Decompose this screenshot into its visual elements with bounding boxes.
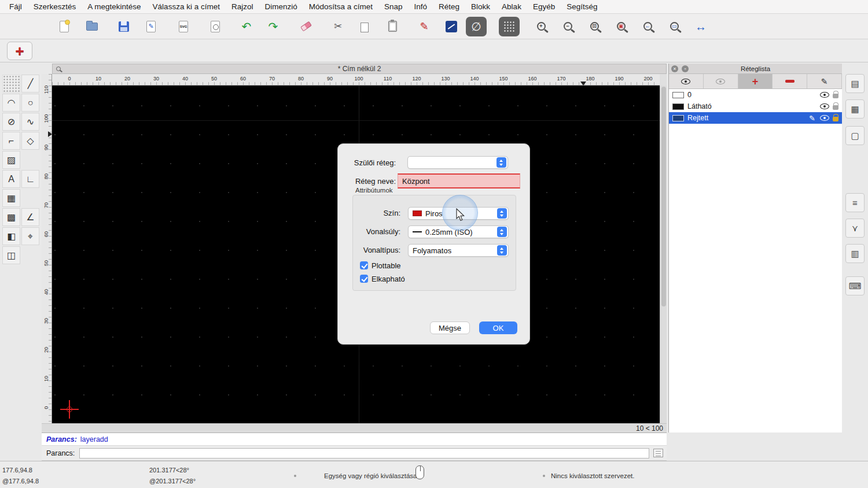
image-tool-button[interactable]: ▦ (2, 189, 20, 207)
eraser-button[interactable] (297, 18, 315, 35)
spline-tools-button[interactable]: ∿ (21, 113, 39, 131)
menu-dimenzio[interactable]: Dimenzió (259, 0, 303, 14)
redo-button[interactable]: ↷ (264, 18, 282, 35)
pattern-tool-icon: ▩ (7, 213, 16, 222)
ellipse-tools-button[interactable]: ⊘ (2, 113, 20, 131)
open-file-button[interactable] (83, 18, 101, 35)
menu-info[interactable]: Infó (409, 0, 433, 14)
layer-lock-icon[interactable] (833, 117, 838, 121)
pen-icon: ✎ (420, 21, 428, 32)
layer-visibility-icon[interactable] (820, 103, 829, 109)
edit-layer-button[interactable]: ✎ (807, 74, 842, 88)
arc-tools-button[interactable]: ◠ (2, 94, 20, 112)
svg-export-button[interactable]: SVG (175, 18, 192, 35)
line-tools-button[interactable]: ╱ (21, 75, 39, 93)
polygon-tools-button[interactable]: ◇ (21, 132, 39, 150)
copy-button[interactable] (356, 18, 374, 35)
origin-crosshair (60, 400, 79, 419)
menu-snap[interactable]: Snap (378, 0, 409, 14)
linetype-select[interactable]: Folyamatos (408, 244, 509, 257)
layer-row-0[interactable]: 0 (669, 89, 842, 101)
paste-button[interactable] (384, 18, 401, 35)
panel-close-icon[interactable]: × (671, 65, 678, 72)
undo-button[interactable]: ↶ (238, 18, 255, 35)
layer-lock-icon[interactable] (833, 94, 838, 98)
shape-tools-button[interactable]: ◧ (2, 227, 20, 245)
command-panel-toggle-icon[interactable] (653, 449, 663, 457)
menu-egyeb[interactable]: Egyéb (527, 0, 561, 14)
grid-toggle-button[interactable] (499, 17, 520, 36)
h-ruler-tick-130: 130 (441, 76, 450, 82)
layer-visibility-icon[interactable] (820, 115, 829, 121)
cancel-button[interactable]: Mégse (430, 321, 470, 334)
view-list-button[interactable]: ▢ (845, 126, 865, 145)
previous-view-button[interactable]: ← (639, 18, 656, 35)
polyline-edit-button[interactable] (443, 18, 460, 35)
hide-all-layers-button[interactable] (704, 74, 738, 88)
zoom-selection-button[interactable]: ▣ (612, 18, 630, 35)
property-editor-button[interactable]: ▤ (845, 74, 865, 93)
menu-fajl[interactable]: Fájl (3, 0, 28, 14)
menu-blokk[interactable]: Blokk (465, 0, 496, 14)
layer-visibility-icon[interactable] (820, 92, 829, 98)
menu-modositsa-a-cimet[interactable]: Módosítsa a címet (303, 0, 378, 14)
drawing-preferences-button[interactable]: ✎ (142, 18, 160, 35)
h-ruler-tick-20: 20 (124, 76, 130, 82)
corner-tools-button[interactable]: ⌐ (2, 132, 20, 150)
selection-filter-button[interactable]: ⋎ (845, 219, 865, 238)
pattern-tool-button[interactable]: ▩ (2, 208, 20, 226)
pan-button[interactable]: ↔ (692, 18, 709, 35)
isometric-tools-button[interactable]: ◫ (2, 246, 20, 264)
menu-valassza-ki-a-cimet[interactable]: Válassza ki a címet (147, 0, 226, 14)
add-layer-button[interactable]: + (738, 74, 773, 88)
show-all-layers-button[interactable] (669, 74, 704, 88)
command-input[interactable] (79, 448, 649, 459)
menu-szerkesztes[interactable]: Szerkesztés (28, 0, 82, 14)
hatch-tool-button[interactable]: ▨ (2, 151, 20, 169)
ok-button[interactable]: OK (479, 321, 517, 334)
layer-row-rejtett[interactable]: Rejtett✎ (669, 112, 842, 124)
command-line-button[interactable]: ⌨ (845, 276, 865, 295)
layer-list-button[interactable]: ≡ (845, 193, 865, 212)
save-button[interactable] (115, 18, 133, 35)
plottable-checkbox[interactable] (360, 261, 368, 269)
block-list-button[interactable]: ▦ (845, 99, 865, 119)
add-entity-button[interactable]: + (7, 42, 32, 60)
layer-lock-icon[interactable] (833, 105, 838, 110)
zoom-out-button[interactable]: − (559, 18, 576, 35)
snappable-checkbox[interactable] (360, 275, 368, 283)
h-ruler-tick-110: 110 (384, 76, 392, 82)
menu-ablak[interactable]: Ablak (496, 0, 527, 14)
menu-segitseg[interactable]: Segítség (561, 0, 603, 14)
zoom-auto-button[interactable]: ⊡ (586, 18, 603, 35)
circle-tools-icon: ○ (28, 98, 34, 108)
measure-tools-button[interactable]: ∠ (21, 208, 39, 226)
library-browser-button[interactable]: ▥ (845, 244, 865, 263)
zoom-in-button[interactable]: + (532, 18, 550, 35)
palette-grip[interactable] (2, 75, 20, 93)
snap-tools-button[interactable]: ⌖ (21, 227, 39, 245)
dimension-tools-button[interactable]: ∟ (21, 170, 39, 188)
pen-button[interactable]: ✎ (415, 18, 433, 35)
circle-tools-button[interactable]: ○ (21, 94, 39, 112)
canvas-vertical-scrollbar[interactable] (660, 86, 667, 423)
panel-detach-icon[interactable]: ▫ (682, 65, 689, 72)
layer-edit-icon[interactable]: ✎ (809, 114, 815, 123)
new-file-button[interactable] (56, 18, 73, 35)
menu-a-megtekintese[interactable]: A megtekintése (82, 0, 146, 14)
remove-layer-button[interactable] (773, 74, 807, 88)
cut-button[interactable]: ✂ (329, 18, 347, 35)
menu-reteg[interactable]: Réteg (433, 0, 465, 14)
menu-rajzol[interactable]: Rajzol (226, 0, 259, 14)
circle-slash-button[interactable]: ∅ (466, 17, 487, 36)
zoom-window-button[interactable]: ▭ (665, 18, 683, 35)
layer-name-field[interactable]: Központ (398, 173, 520, 188)
command-history-value: layeradd (80, 435, 108, 443)
print-preview-button[interactable] (207, 18, 224, 35)
parent-layer-select[interactable] (407, 156, 508, 169)
scrollbar-thumb[interactable] (661, 87, 666, 306)
layer-color-swatch (672, 115, 684, 121)
zoom-window-icon: ▭ (670, 22, 679, 31)
layer-row-lathato[interactable]: Látható (669, 101, 842, 112)
text-tool-button[interactable]: A (2, 170, 20, 188)
